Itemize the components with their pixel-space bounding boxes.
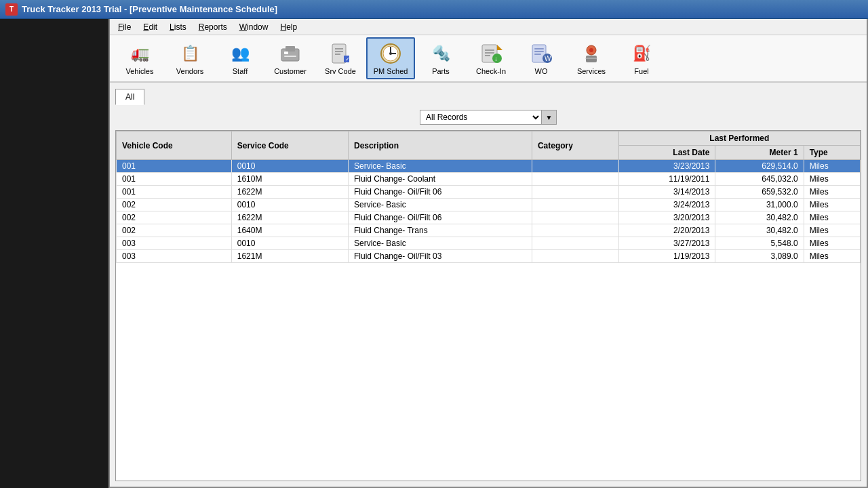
data-table: Vehicle Code Service Code Description Ca… xyxy=(115,130,861,481)
toolbar-customer[interactable]: Customer xyxy=(266,37,315,79)
toolbar-parts[interactable]: 🔩 Parts xyxy=(416,37,465,79)
toolbar-services[interactable]: Services xyxy=(567,37,616,79)
col-last-performed: Last Performed xyxy=(618,131,860,146)
toolbar-wo[interactable]: W WO xyxy=(517,37,566,79)
toolbar-vehicles[interactable]: 🚛 Vehicles xyxy=(115,37,164,79)
table-row[interactable]: 0020010Service- Basic3/24/201331,000.0Mi… xyxy=(117,199,861,211)
main-window: File Edit Lists Reports Window Help 🚛 Ve… xyxy=(108,19,868,488)
col-meter1: Meter 1 xyxy=(715,146,804,160)
staff-icon: 👥 xyxy=(227,41,253,66)
table-row[interactable]: 0010010Service- Basic3/23/2013629,514.0M… xyxy=(117,160,861,173)
srvcode-icon: ✓ xyxy=(328,41,353,66)
svg-rect-25 xyxy=(534,54,541,55)
toolbar-checkin[interactable]: ↓ Check-In xyxy=(467,37,515,79)
vendors-label: Vendors xyxy=(176,66,203,76)
vehicles-icon: 🚛 xyxy=(127,41,153,66)
svg-text:W: W xyxy=(545,55,551,62)
app-icon: T xyxy=(5,3,18,16)
col-vehicle-code: Vehicle Code xyxy=(117,131,232,160)
svg-rect-1 xyxy=(285,46,295,52)
table-row[interactable]: 0011622MFluid Change- Oil/Filt 063/14/20… xyxy=(117,186,861,199)
pmsched-icon xyxy=(378,41,403,66)
services-icon xyxy=(578,41,604,66)
vendors-icon: 📋 xyxy=(177,41,203,66)
menu-reports[interactable]: Reports xyxy=(193,21,233,33)
svg-rect-2 xyxy=(284,52,288,54)
menu-lists[interactable]: Lists xyxy=(164,21,192,33)
svg-text:↓: ↓ xyxy=(494,55,498,62)
fuel-label: Fuel xyxy=(634,66,648,76)
checkin-label: Check-In xyxy=(476,66,506,76)
pm-schedule-table: Vehicle Code Service Code Description Ca… xyxy=(116,131,861,263)
app-title: Truck Tracker 2013 Trial - [Preventive M… xyxy=(22,4,277,14)
parts-icon: 🔩 xyxy=(428,41,454,66)
services-label: Services xyxy=(577,66,606,76)
menu-help[interactable]: Help xyxy=(275,21,302,33)
col-service-code: Service Code xyxy=(231,131,348,160)
toolbar-pmsched[interactable]: PM Sched xyxy=(366,37,415,79)
svg-rect-24 xyxy=(534,51,544,52)
col-category: Category xyxy=(532,131,618,160)
customer-label: Customer xyxy=(274,66,307,76)
vehicles-label: Vehicles xyxy=(126,66,154,76)
toolbar-staff[interactable]: 👥 Staff xyxy=(216,37,264,79)
menu-window[interactable]: Window xyxy=(234,21,274,33)
svg-point-29 xyxy=(589,48,593,52)
tab-all[interactable]: All xyxy=(115,89,144,105)
menu-bar: File Edit Lists Reports Window Help xyxy=(110,19,867,35)
wo-label: WO xyxy=(535,66,548,76)
svg-marker-16 xyxy=(497,45,502,50)
svg-text:✓: ✓ xyxy=(345,56,350,62)
table-row[interactable]: 0031621MFluid Change- Oil/Filt 031/19/20… xyxy=(117,250,861,263)
wo-icon: W xyxy=(528,41,554,66)
filter-select[interactable]: All Records Active Records Inactive Reco… xyxy=(420,110,542,125)
staff-label: Staff xyxy=(233,66,248,76)
col-last-date: Last Date xyxy=(618,146,715,160)
toolbar-srvcode[interactable]: ✓ Srv Code xyxy=(316,37,365,79)
filter-dropdown-btn[interactable]: ▼ xyxy=(542,110,557,125)
toolbar: 🚛 Vehicles 📋 Vendors 👥 Staff Customer xyxy=(110,35,867,83)
table-row[interactable]: 0021640MFluid Change- Trans2/20/201330,4… xyxy=(117,224,861,237)
table-row[interactable]: 0011610MFluid Change- Coolant11/19/20116… xyxy=(117,173,861,186)
table-row[interactable]: 0021622MFluid Change- Oil/Filt 063/20/20… xyxy=(117,211,861,224)
content-area: All All Records Active Records Inactive … xyxy=(110,83,867,487)
table-body: 0010010Service- Basic3/23/2013629,514.0M… xyxy=(117,160,861,263)
parts-label: Parts xyxy=(432,66,450,76)
title-bar: T Truck Tracker 2013 Trial - [Preventive… xyxy=(0,0,868,19)
svg-rect-23 xyxy=(534,48,544,49)
tabs-container: All xyxy=(115,88,861,104)
customer-icon xyxy=(277,41,303,66)
col-type: Type xyxy=(804,146,860,160)
checkin-icon: ↓ xyxy=(478,41,504,66)
srvcode-label: Srv Code xyxy=(325,66,356,76)
toolbar-vendors[interactable]: 📋 Vendors xyxy=(165,37,214,79)
pmsched-label: PM Sched xyxy=(374,66,408,76)
svg-point-14 xyxy=(389,52,392,55)
filter-row: All Records Active Records Inactive Reco… xyxy=(115,110,861,125)
table-row[interactable]: 0030010Service- Basic3/27/20135,548.0Mil… xyxy=(117,237,861,250)
menu-edit[interactable]: Edit xyxy=(138,21,163,33)
menu-file[interactable]: File xyxy=(113,21,136,33)
fuel-icon: ⛽ xyxy=(629,41,654,66)
toolbar-fuel[interactable]: ⛽ Fuel xyxy=(617,37,666,79)
svg-rect-3 xyxy=(284,56,296,57)
svg-rect-30 xyxy=(586,56,597,62)
col-description: Description xyxy=(348,131,532,160)
